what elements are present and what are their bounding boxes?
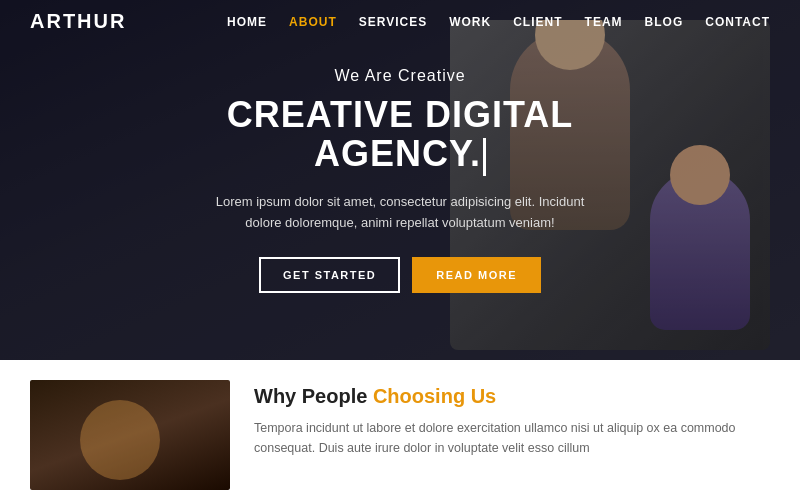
nav-item-services[interactable]: SERVICES: [359, 12, 427, 30]
hero-subtitle: We Are Creative: [180, 67, 620, 85]
section-text: Why People Choosing Us Tempora incidunt …: [254, 380, 770, 458]
hero-title: CREATIVE DIGITAL AGENCY.: [180, 95, 620, 176]
person-silhouette-2: [650, 170, 750, 330]
text-cursor: [483, 138, 486, 176]
section-description: Tempora incidunt ut labore et dolore exe…: [254, 418, 770, 458]
nav-item-client[interactable]: CLIENT: [513, 12, 562, 30]
get-started-button[interactable]: GET STARTED: [259, 257, 400, 293]
site-header: ARTHUR HOME ABOUT SERVICES WORK CLIENT T…: [0, 0, 800, 42]
heading-highlight: Choosing Us: [373, 385, 496, 407]
nav-item-home[interactable]: HOME: [227, 12, 267, 30]
read-more-button[interactable]: READ MORE: [412, 257, 541, 293]
hero-content: We Are Creative CREATIVE DIGITAL AGENCY.…: [140, 67, 660, 294]
hero-description: Lorem ipsum dolor sit amet, consectetur …: [200, 192, 600, 234]
main-nav: HOME ABOUT SERVICES WORK CLIENT TEAM BLO…: [227, 12, 770, 30]
section-heading: Why People Choosing Us: [254, 385, 770, 408]
hero-buttons: GET STARTED READ MORE: [180, 257, 620, 293]
nav-item-about[interactable]: ABOUT: [289, 12, 337, 30]
nav-item-contact[interactable]: CONTACT: [705, 12, 770, 30]
section-image-inner: [30, 380, 230, 490]
nav-item-blog[interactable]: BLOG: [645, 12, 684, 30]
nav-item-team[interactable]: TEAM: [585, 12, 623, 30]
site-logo[interactable]: ARTHUR: [30, 10, 126, 33]
nav-item-work[interactable]: WORK: [449, 12, 491, 30]
section-image: [30, 380, 230, 490]
hero-section: We Are Creative CREATIVE DIGITAL AGENCY.…: [0, 0, 800, 360]
heading-normal: Why People: [254, 385, 373, 407]
why-choose-section: Why People Choosing Us Tempora incidunt …: [0, 360, 800, 500]
